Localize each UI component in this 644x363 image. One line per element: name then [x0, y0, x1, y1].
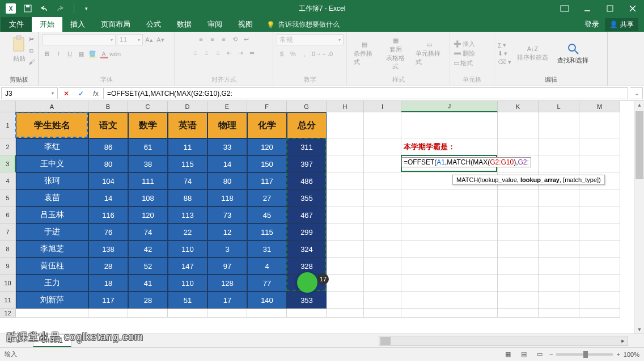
cell-H9[interactable] [327, 258, 364, 275]
cell-E6[interactable]: 73 [207, 206, 247, 223]
cell-L11[interactable] [539, 292, 579, 309]
maximize-icon[interactable] [599, 0, 621, 17]
cell-F12[interactable] [247, 309, 287, 318]
hscroll-right-icon[interactable]: ► [618, 336, 628, 345]
cell-I8[interactable] [364, 240, 401, 258]
row-header-5[interactable]: 5 [0, 189, 16, 206]
cell-H1[interactable] [327, 112, 364, 138]
cell-C12[interactable] [128, 309, 168, 318]
zoom-out-icon[interactable]: − [549, 351, 553, 358]
cell-H3[interactable] [327, 155, 364, 172]
cell-D11[interactable]: 51 [168, 292, 207, 309]
row-header-6[interactable]: 6 [0, 206, 16, 223]
cell-A9[interactable]: 黄伍柱 [16, 258, 88, 275]
cell-B3[interactable]: 80 [88, 155, 128, 172]
cell-F3[interactable]: 150 [247, 155, 287, 172]
cell-M3[interactable] [579, 155, 620, 172]
row-header-8[interactable]: 8 [0, 240, 16, 258]
cell-D3[interactable]: 115 [168, 155, 207, 172]
cell-I4[interactable] [364, 172, 401, 189]
cell-M9[interactable] [579, 258, 620, 275]
col-header-K[interactable]: K [498, 101, 539, 112]
qat-customize-icon[interactable]: ▾ [79, 1, 94, 16]
cell-A8[interactable]: 李旭芝 [16, 240, 88, 258]
cell-D1[interactable]: 英语 [168, 112, 207, 138]
cell-C4[interactable]: 111 [128, 172, 168, 189]
cell-A12[interactable] [16, 309, 88, 318]
cell-M7[interactable] [579, 223, 620, 240]
cell-H2[interactable] [327, 138, 364, 155]
tab-insert[interactable]: 插入 [62, 17, 93, 32]
cell-K2[interactable] [498, 138, 539, 155]
zoom-value[interactable]: 100% [624, 351, 639, 358]
cell-J9[interactable] [401, 258, 498, 275]
tab-review[interactable]: 审阅 [200, 17, 230, 32]
border-icon[interactable]: ▦ [76, 49, 86, 59]
cancel-formula-icon[interactable]: ✕ [59, 90, 74, 98]
cell-C10[interactable]: 41 [128, 275, 168, 292]
phonetic-icon[interactable]: wén [110, 49, 120, 59]
cell-G11[interactable]: 353 [287, 292, 327, 309]
cell-E3[interactable]: 14 [207, 155, 247, 172]
col-header-A[interactable]: A [16, 101, 88, 112]
align-bottom-icon[interactable]: ≡ [219, 34, 229, 44]
cell-L6[interactable] [539, 206, 579, 223]
cell-D4[interactable]: 74 [168, 172, 207, 189]
underline-icon[interactable]: U [65, 49, 75, 59]
cells-format-button[interactable]: ▭格式 [454, 59, 475, 67]
cell-E4[interactable]: 80 [207, 172, 247, 189]
cell-M12[interactable] [579, 309, 620, 318]
row-header-3[interactable]: 3 [0, 155, 16, 172]
align-middle-icon[interactable]: ≡ [207, 34, 218, 44]
cell-A5[interactable]: 袁苗 [16, 189, 88, 206]
cell-E7[interactable]: 12 [207, 223, 247, 240]
cell-F9[interactable]: 4 [247, 258, 287, 275]
cell-I5[interactable] [364, 189, 401, 206]
cell-H10[interactable] [327, 275, 364, 292]
cell-J1[interactable] [401, 112, 498, 138]
login-link[interactable]: 登录 [579, 17, 605, 32]
vertical-scrollbar[interactable]: ▲ ▼ [634, 101, 644, 334]
cell-M11[interactable] [579, 292, 620, 309]
cell-L2[interactable] [539, 138, 579, 155]
cell-G6[interactable]: 467 [287, 206, 327, 223]
select-all-corner[interactable] [0, 101, 16, 112]
cell-M6[interactable] [579, 206, 620, 223]
cell-G5[interactable]: 355 [287, 189, 327, 206]
cell-K12[interactable] [498, 309, 539, 318]
cell-K6[interactable] [498, 206, 539, 223]
cell-J12[interactable] [401, 309, 498, 318]
row-header-9[interactable]: 9 [0, 258, 16, 275]
table-format-button[interactable]: ▦套用 表格格式 [381, 36, 409, 72]
cell-A3[interactable]: 王中义 [16, 155, 88, 172]
font-size-combo[interactable]: 11▾ [117, 34, 143, 45]
horizontal-scrollbar[interactable]: ◄ ► [379, 336, 628, 346]
cell-C7[interactable]: 74 [128, 223, 168, 240]
cell-E12[interactable] [207, 309, 247, 318]
cell-E5[interactable]: 118 [207, 189, 247, 206]
tell-me-search[interactable]: 💡 告诉我你想要做什么 [261, 18, 345, 32]
cell-M5[interactable] [579, 189, 620, 206]
cell-L7[interactable] [539, 223, 579, 240]
cell-D7[interactable]: 22 [168, 223, 207, 240]
cell-I9[interactable] [364, 258, 401, 275]
cell-A6[interactable]: 吕玉林 [16, 206, 88, 223]
cell-G8[interactable]: 324 [287, 240, 327, 258]
formula-input[interactable]: =OFFSET(A1,MATCH(MAX(G2:G10),G2: [104, 87, 628, 99]
cell-M2[interactable] [579, 138, 620, 155]
row-header-7[interactable]: 7 [0, 223, 16, 240]
cell-K8[interactable] [498, 240, 539, 258]
cell-D6[interactable]: 113 [168, 206, 207, 223]
cell-I7[interactable] [364, 223, 401, 240]
cell-C3[interactable]: 38 [128, 155, 168, 172]
cell-J10[interactable] [401, 275, 498, 292]
col-header-B[interactable]: B [88, 101, 128, 112]
percent-icon[interactable]: % [288, 49, 298, 59]
cell-M8[interactable] [579, 240, 620, 258]
cell-B12[interactable] [88, 309, 128, 318]
copy-icon[interactable]: ⧉ [26, 45, 36, 56]
cell-G1[interactable]: 总分 [287, 112, 327, 138]
scroll-down-icon[interactable]: ▼ [634, 327, 644, 332]
cell-I2[interactable] [364, 138, 401, 155]
share-button[interactable]: 👤 共享 [605, 18, 638, 31]
